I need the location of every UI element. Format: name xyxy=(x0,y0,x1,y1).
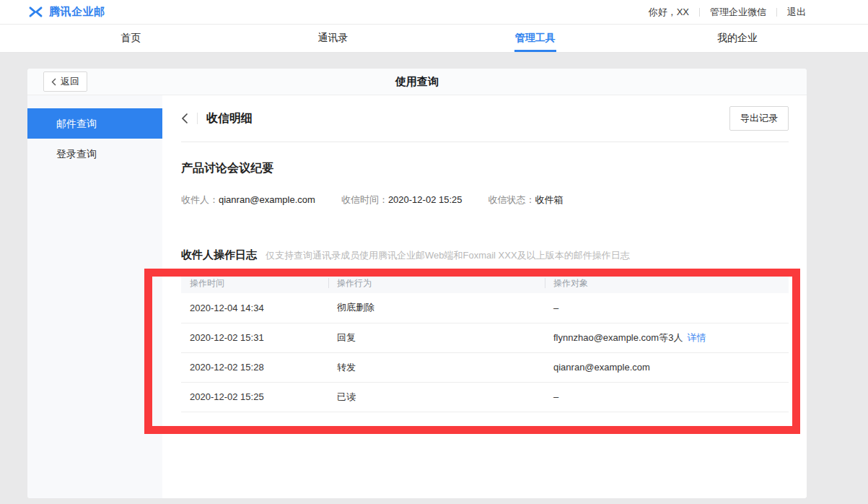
mail-meta: 收件人：qianran@example.com 收信时间：2020-12-02 … xyxy=(181,194,789,207)
brand-name: 腾讯企业邮 xyxy=(49,5,105,19)
cell-action: 转发 xyxy=(328,352,545,382)
log-section-header: 收件人操作日志 仅支持查询通讯录成员使用腾讯企业邮Web端和Foxmail XX… xyxy=(181,248,789,262)
cell-time: 2020-12-02 15:28 xyxy=(181,352,328,382)
meta-receive-status: 收信状态：收件箱 xyxy=(488,194,564,207)
cell-target: – xyxy=(545,293,789,323)
table-row: 2020-12-04 14:34 彻底删除 – xyxy=(181,293,789,323)
cell-target: – xyxy=(545,382,789,412)
log-section-note: 仅支持查询通讯录成员使用腾讯企业邮Web端和Foxmail XXX及以上版本的邮… xyxy=(266,249,630,262)
chevron-left-icon xyxy=(51,78,56,86)
log-section-title: 收件人操作日志 xyxy=(181,248,257,262)
detail-link[interactable]: 详情 xyxy=(687,332,706,343)
back-button-label: 返回 xyxy=(61,75,79,88)
exmail-logo-icon xyxy=(27,6,44,18)
cell-target: qianran@example.com xyxy=(545,352,789,382)
tab-my-company[interactable]: 我的企业 xyxy=(636,25,838,52)
column-header-target: 操作对象 xyxy=(545,273,789,293)
main-content: 收信明细 导出记录 产品讨论会议纪要 收件人：qianran@example.c… xyxy=(162,95,807,498)
divider xyxy=(699,8,700,17)
meta-value: qianran@example.com xyxy=(219,194,315,205)
page-title: 使用查询 xyxy=(395,75,439,89)
table-row: 2020-12-02 15:25 已读 – xyxy=(181,382,789,412)
meta-value: 2020-12-02 15:25 xyxy=(388,194,463,205)
tab-contacts[interactable]: 通讯录 xyxy=(232,25,434,52)
cell-action: 回复 xyxy=(328,323,545,352)
meta-receive-time: 收信时间：2020-12-02 15:25 xyxy=(341,194,463,207)
table-header-row: 操作时间 操作行为 操作对象 xyxy=(181,273,789,293)
cell-target-text: flynnzhao@example.com等3人 xyxy=(553,332,683,343)
cell-time: 2020-12-02 15:31 xyxy=(181,323,328,352)
sidebar: 邮件查询 登录查询 xyxy=(27,95,162,498)
nav-tabbar: 首页 通讯录 管理工具 我的企业 xyxy=(0,25,868,53)
topbar: 腾讯企业邮 你好，XX 管理企业微信 退出 xyxy=(0,0,868,25)
table-row: 2020-12-02 15:31 回复 flynnzhao@example.co… xyxy=(181,323,789,352)
cell-action: 彻底删除 xyxy=(328,293,545,323)
column-header-time: 操作时间 xyxy=(181,273,328,293)
manage-wecom-link[interactable]: 管理企业微信 xyxy=(710,6,766,19)
cell-time: 2020-12-02 15:25 xyxy=(181,382,328,412)
meta-label: 收信时间： xyxy=(341,194,388,205)
usage-query-card: 返回 使用查询 邮件查询 登录查询 收信明细 导出记录 产品讨论会议纪要 收件人… xyxy=(27,69,807,498)
meta-label: 收件人： xyxy=(181,194,219,205)
cell-time: 2020-12-04 14:34 xyxy=(181,293,328,323)
mail-subject: 产品讨论会议纪要 xyxy=(181,161,789,176)
back-button[interactable]: 返回 xyxy=(43,71,87,92)
detail-header: 收信明细 导出记录 xyxy=(181,95,789,142)
sidebar-item-mail-query[interactable]: 邮件查询 xyxy=(27,108,162,139)
table-row: 2020-12-02 15:28 转发 qianran@example.com xyxy=(181,352,789,382)
usage-query-header: 返回 使用查询 xyxy=(27,69,807,95)
detail-title: 收信明细 xyxy=(206,111,253,126)
meta-label: 收信状态： xyxy=(488,194,535,205)
divider xyxy=(776,8,777,17)
user-greeting: 你好，XX xyxy=(649,6,689,19)
sidebar-item-login-query[interactable]: 登录查询 xyxy=(27,139,162,169)
divider xyxy=(197,113,198,124)
export-records-button[interactable]: 导出记录 xyxy=(729,106,789,131)
chevron-left-icon[interactable] xyxy=(181,113,188,124)
tab-admin-tools[interactable]: 管理工具 xyxy=(434,25,636,52)
tab-home[interactable]: 首页 xyxy=(30,25,232,52)
cell-target: flynnzhao@example.com等3人详情 xyxy=(545,323,789,352)
logout-link[interactable]: 退出 xyxy=(787,6,806,19)
column-header-action: 操作行为 xyxy=(328,273,545,293)
cell-action: 已读 xyxy=(328,382,545,412)
operation-log-table: 操作时间 操作行为 操作对象 2020-12-04 14:34 彻底删除 – 2… xyxy=(181,273,789,412)
meta-value: 收件箱 xyxy=(535,194,564,205)
meta-recipient: 收件人：qianran@example.com xyxy=(181,194,315,207)
brand-logo[interactable]: 腾讯企业邮 xyxy=(27,5,105,19)
